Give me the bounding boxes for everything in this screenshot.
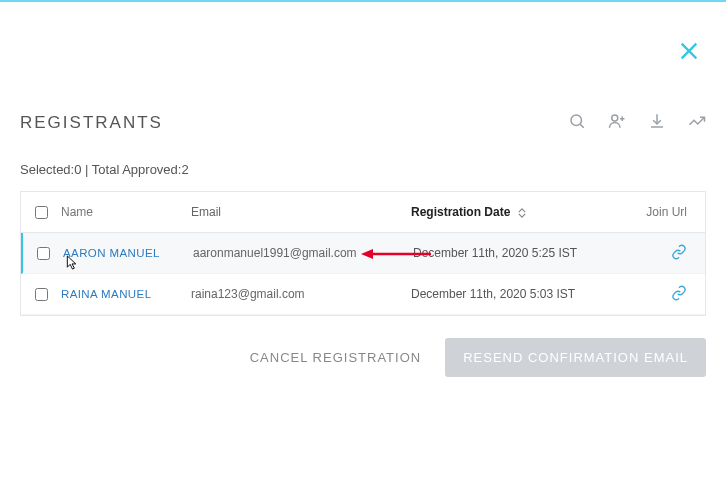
table-row: AARON MANUEL aaronmanuel1991@gmail.com D…: [21, 233, 705, 274]
status-line: Selected:0 | Total Approved:2: [20, 162, 706, 177]
link-icon: [671, 285, 687, 304]
svg-point-2: [571, 115, 582, 126]
column-date-label: Registration Date: [411, 205, 510, 219]
select-all-checkbox[interactable]: [35, 206, 48, 219]
column-join-url[interactable]: Join Url: [621, 205, 705, 219]
search-icon: [568, 112, 586, 134]
link-icon: [671, 244, 687, 263]
add-user-icon: [608, 112, 626, 134]
registrant-email: aaronmanuel1991@gmail.com: [193, 246, 413, 260]
column-name[interactable]: Name: [61, 205, 191, 219]
action-bar: [568, 112, 706, 134]
row-checkbox[interactable]: [35, 288, 48, 301]
registrants-table: Name Email Registration Date Join Url AA…: [20, 191, 706, 316]
registrant-name-link[interactable]: RAINA MANUEL: [61, 288, 151, 300]
approved-label: Total Approved:: [92, 162, 182, 177]
sort-icon: [518, 208, 526, 218]
button-row: CANCEL REGISTRATION RESEND CONFIRMATION …: [20, 338, 706, 377]
top-accent-bar: [0, 0, 726, 2]
resend-confirmation-button[interactable]: RESEND CONFIRMATION EMAIL: [445, 338, 706, 377]
add-user-button[interactable]: [608, 112, 626, 134]
registrant-date: December 11th, 2020 5:03 IST: [411, 287, 621, 301]
join-url-link[interactable]: [671, 285, 687, 304]
close-button[interactable]: [678, 40, 700, 66]
search-button[interactable]: [568, 112, 586, 134]
column-email[interactable]: Email: [191, 205, 411, 219]
svg-line-3: [580, 124, 583, 127]
selected-label: Selected:: [20, 162, 74, 177]
registrant-name-link[interactable]: AARON MANUEL: [63, 247, 160, 259]
approved-count: 2: [181, 162, 188, 177]
close-icon: [678, 48, 700, 65]
analytics-icon: [688, 112, 706, 134]
registrant-email: raina123@gmail.com: [191, 287, 411, 301]
status-divider: |: [81, 162, 91, 177]
page-title: REGISTRANTS: [20, 113, 163, 133]
column-registration-date[interactable]: Registration Date: [411, 205, 621, 219]
table-header: Name Email Registration Date Join Url: [21, 192, 705, 233]
registrant-date: December 11th, 2020 5:25 IST: [413, 246, 623, 260]
svg-point-4: [612, 115, 618, 121]
download-icon: [648, 112, 666, 134]
cancel-registration-button[interactable]: CANCEL REGISTRATION: [244, 349, 427, 366]
download-button[interactable]: [648, 112, 666, 134]
table-row: RAINA MANUEL raina123@gmail.com December…: [21, 274, 705, 315]
join-url-link[interactable]: [671, 244, 687, 263]
analytics-button[interactable]: [688, 112, 706, 134]
row-checkbox[interactable]: [37, 247, 50, 260]
